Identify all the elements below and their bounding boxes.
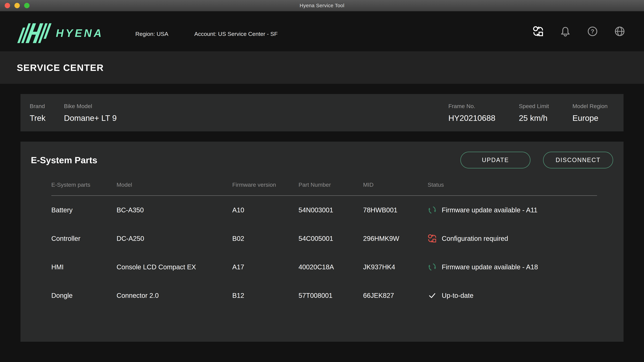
field-label: Model Region xyxy=(572,103,608,109)
cell-part-number: 54C005001 xyxy=(298,235,363,242)
cell-model: Connector 2.0 xyxy=(116,292,232,299)
table-row: Controller DC-A250 B02 54C005001 296HMK9… xyxy=(51,224,597,253)
e-system-parts-panel: E-System Parts UPDATE DISCONNECT E-Syste… xyxy=(20,142,624,342)
cell-firmware: A10 xyxy=(232,206,298,214)
cell-part: Battery xyxy=(51,206,116,214)
col-header-model: Model xyxy=(116,182,232,188)
status-text: Firmware update available - A11 xyxy=(442,206,538,214)
hyena-logo: HYENA xyxy=(16,23,104,43)
up-to-date-check-icon xyxy=(428,291,437,300)
col-header-part-number: Part Number xyxy=(298,182,363,188)
cell-mid: 296HMK9W xyxy=(363,235,428,242)
bike-info-field-speed-limit: Speed Limit 25 km/h xyxy=(519,103,549,123)
cell-part: HMI xyxy=(51,263,116,271)
field-value: HY20210688 xyxy=(448,113,495,123)
window-title: Hyena Service Tool xyxy=(0,3,644,8)
parts-table-body: Battery BC-A350 A10 54N003001 78HWB001 F… xyxy=(51,196,597,310)
cell-status: Firmware update available - A11 xyxy=(428,205,597,215)
firmware-update-sync-icon xyxy=(428,205,437,215)
notifications-bell-icon[interactable] xyxy=(560,26,571,37)
cell-part-number: 54N003001 xyxy=(298,206,363,214)
region-label: Region: USA xyxy=(135,31,168,37)
bike-info-field-model-region: Model Region Europe xyxy=(572,103,608,123)
hyena-logo-mark-icon xyxy=(16,23,53,43)
cell-part: Controller xyxy=(51,235,116,242)
update-button[interactable]: UPDATE xyxy=(460,152,530,168)
cell-status: Configuration required xyxy=(428,234,597,243)
disconnect-button[interactable]: DISCONNECT xyxy=(543,152,613,168)
cell-part-number: 40020C18A xyxy=(298,263,363,271)
help-icon[interactable] xyxy=(587,26,598,37)
cell-part: Dongle xyxy=(51,292,116,299)
field-value: Europe xyxy=(572,113,608,123)
bike-info-bar: Brand Trek Bike Model Domane+ LT 9 Frame… xyxy=(20,94,624,131)
app-header: HYENA Region: USA Account: US Service Ce… xyxy=(0,11,644,51)
bike-info-field-bike-model: Bike Model Domane+ LT 9 xyxy=(64,103,116,123)
field-label: Speed Limit xyxy=(519,103,549,109)
table-row: Battery BC-A350 A10 54N003001 78HWB001 F… xyxy=(51,196,597,224)
bike-info-field-brand: Brand Trek xyxy=(30,103,46,123)
col-header-status: Status xyxy=(428,182,597,188)
field-label: Bike Model xyxy=(64,103,116,109)
cell-model: Console LCD Compact EX xyxy=(116,263,232,271)
hyena-logo-text: HYENA xyxy=(56,27,104,39)
cell-firmware: A17 xyxy=(232,263,298,271)
field-value: Trek xyxy=(30,113,46,123)
cell-part-number: 57T008001 xyxy=(298,292,363,299)
configuration-required-icon xyxy=(428,234,437,243)
firmware-update-sync-icon xyxy=(428,263,437,272)
field-value: 25 km/h xyxy=(519,113,549,123)
page-title-band: SERVICE CENTER xyxy=(0,51,644,84)
field-label: Brand xyxy=(30,103,46,109)
parts-table: E-System parts Model Firmware version Pa… xyxy=(51,182,597,310)
cell-model: BC-A350 xyxy=(116,206,232,214)
parts-table-header: E-System parts Model Firmware version Pa… xyxy=(51,182,597,196)
cell-status: Up-to-date xyxy=(428,291,597,300)
table-row: HMI Console LCD Compact EX A17 40020C18A… xyxy=(51,253,597,281)
col-header-mid: MID xyxy=(363,182,428,188)
cell-firmware: B12 xyxy=(232,292,298,299)
status-text: Firmware update available - A18 xyxy=(442,263,538,271)
status-text: Configuration required xyxy=(442,235,508,242)
cell-firmware: B02 xyxy=(232,235,298,242)
cell-mid: 66JEK827 xyxy=(363,292,428,299)
field-label: Frame No. xyxy=(448,103,495,109)
cell-mid: 78HWB001 xyxy=(363,206,428,214)
bike-info-field-frame-no: Frame No. HY20210688 xyxy=(448,103,495,123)
table-row: Dongle Connector 2.0 B12 57T008001 66JEK… xyxy=(51,281,597,310)
header-icons xyxy=(533,26,625,37)
cell-mid: JK937HK4 xyxy=(363,263,428,271)
col-header-firmware-version: Firmware version xyxy=(232,182,298,188)
account-label: Account: US Service Center - SF xyxy=(194,31,278,37)
swap-devices-icon[interactable] xyxy=(533,26,544,37)
cell-model: DC-A250 xyxy=(116,235,232,242)
cell-status: Firmware update available - A18 xyxy=(428,263,597,272)
status-text: Up-to-date xyxy=(442,292,474,299)
window-titlebar: Hyena Service Tool xyxy=(0,0,644,11)
field-value: Domane+ LT 9 xyxy=(64,113,116,123)
page-title: SERVICE CENTER xyxy=(17,62,104,73)
col-header-e-system-parts: E-System parts xyxy=(51,182,116,188)
panel-title: E-System Parts xyxy=(31,155,97,165)
language-globe-icon[interactable] xyxy=(614,26,625,37)
